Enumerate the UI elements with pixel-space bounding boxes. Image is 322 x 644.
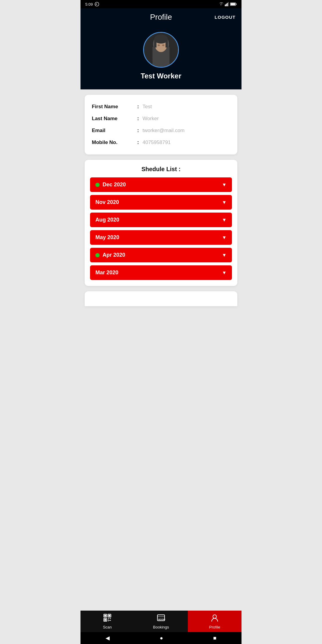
schedule-item-0[interactable]: Dec 2020 ▼ bbox=[90, 177, 232, 192]
schedule-card: Shedule List : Dec 2020 ▼ Nov 2020 ▼ Aug… bbox=[85, 160, 237, 286]
info-label-0: First Name bbox=[92, 104, 134, 110]
svg-rect-4 bbox=[227, 3, 228, 6]
info-label-3: Mobile No. bbox=[92, 140, 134, 145]
status-right bbox=[218, 2, 237, 6]
chevron-down-icon-5: ▼ bbox=[222, 270, 227, 275]
profile-name: Test Worker bbox=[141, 72, 182, 80]
info-value-0: Test bbox=[143, 104, 230, 110]
schedule-label-5: Mar 2020 bbox=[95, 270, 118, 276]
svg-rect-8 bbox=[230, 3, 235, 5]
chevron-down-icon-2: ▼ bbox=[222, 217, 227, 223]
schedule-label-4: Apr 2020 bbox=[103, 252, 125, 258]
svg-text:P: P bbox=[96, 3, 97, 6]
svg-rect-5 bbox=[228, 2, 229, 6]
schedule-item-5[interactable]: Mar 2020 ▼ bbox=[90, 265, 232, 280]
svg-point-17 bbox=[162, 44, 165, 46]
p-icon: P bbox=[95, 2, 99, 7]
partial-card bbox=[85, 291, 237, 306]
schedule-item-4[interactable]: Apr 2020 ▼ bbox=[90, 248, 232, 262]
svg-rect-2 bbox=[225, 4, 226, 6]
schedule-item-left-2: Aug 2020 bbox=[95, 217, 119, 223]
schedule-item-3[interactable]: May 2020 ▼ bbox=[90, 230, 232, 245]
chevron-down-icon-0: ▼ bbox=[222, 182, 227, 188]
chevron-down-icon-1: ▼ bbox=[222, 200, 227, 205]
info-value-3: 4075958791 bbox=[143, 140, 230, 145]
chevron-down-icon-3: ▼ bbox=[222, 235, 227, 240]
schedule-item-2[interactable]: Aug 2020 ▼ bbox=[90, 213, 232, 227]
schedule-item-left-3: May 2020 bbox=[95, 234, 119, 241]
info-row-0: First Name : Test bbox=[92, 101, 230, 113]
page-title: Profile bbox=[150, 13, 172, 22]
header: Profile LOGOUT bbox=[80, 8, 242, 26]
logout-button[interactable]: LOGOUT bbox=[215, 15, 236, 20]
info-colon-1: : bbox=[134, 116, 143, 122]
battery-icon bbox=[230, 2, 237, 6]
svg-rect-7 bbox=[236, 4, 236, 5]
avatar-image bbox=[144, 33, 178, 67]
svg-rect-14 bbox=[154, 39, 157, 48]
wifi-icon bbox=[218, 2, 224, 6]
info-value-2: tworker@mail.com bbox=[143, 128, 230, 134]
svg-rect-3 bbox=[226, 4, 227, 6]
status-bar: 5:09 P bbox=[80, 0, 242, 8]
info-colon-0: : bbox=[134, 104, 143, 110]
schedule-items: Dec 2020 ▼ Nov 2020 ▼ Aug 2020 ▼ May 202… bbox=[90, 177, 232, 280]
schedule-item-left-1: Nov 2020 bbox=[95, 199, 119, 205]
info-colon-3: : bbox=[134, 140, 143, 145]
info-row-3: Mobile No. : 4075958791 bbox=[92, 137, 230, 148]
status-left: 5:09 P bbox=[85, 2, 99, 7]
signal-icon bbox=[225, 2, 229, 6]
schedule-label-2: Aug 2020 bbox=[95, 217, 119, 223]
info-label-1: Last Name bbox=[92, 116, 134, 122]
info-card: First Name : Test Last Name : Worker Ema… bbox=[85, 95, 237, 154]
status-time: 5:09 bbox=[85, 2, 93, 7]
info-colon-2: : bbox=[134, 128, 143, 134]
profile-section: Test Worker bbox=[80, 26, 242, 89]
chevron-down-icon-4: ▼ bbox=[222, 253, 227, 258]
active-dot-0 bbox=[95, 183, 100, 187]
active-dot-4 bbox=[95, 253, 100, 257]
schedule-label-1: Nov 2020 bbox=[95, 199, 119, 205]
info-rows: First Name : Test Last Name : Worker Ema… bbox=[92, 101, 230, 148]
info-value-1: Worker bbox=[143, 116, 230, 122]
info-label-2: Email bbox=[92, 128, 134, 134]
avatar bbox=[143, 32, 179, 68]
schedule-item-1[interactable]: Nov 2020 ▼ bbox=[90, 195, 232, 210]
schedule-item-left-5: Mar 2020 bbox=[95, 270, 118, 276]
info-row-2: Email : tworker@mail.com bbox=[92, 125, 230, 137]
schedule-label-0: Dec 2020 bbox=[103, 182, 126, 188]
svg-rect-15 bbox=[165, 39, 168, 48]
info-row-1: Last Name : Worker bbox=[92, 113, 230, 125]
schedule-item-left-0: Dec 2020 bbox=[95, 182, 126, 188]
schedule-title: Shedule List : bbox=[90, 166, 232, 173]
schedule-label-3: May 2020 bbox=[95, 234, 119, 241]
svg-point-16 bbox=[158, 44, 160, 46]
schedule-item-left-4: Apr 2020 bbox=[95, 252, 125, 258]
